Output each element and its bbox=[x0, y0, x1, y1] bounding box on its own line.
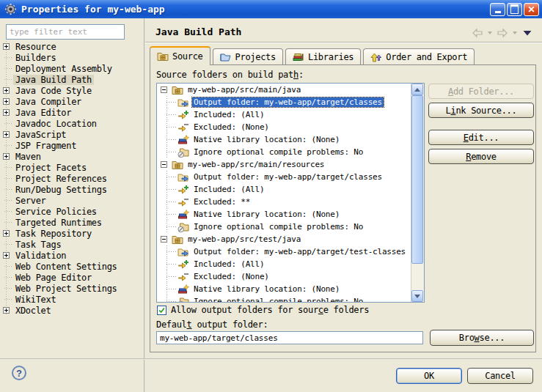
source-tree-item[interactable]: Excluded: (None) bbox=[157, 121, 411, 133]
expander-plus-icon[interactable] bbox=[3, 109, 10, 116]
output-folder-icon bbox=[177, 171, 189, 183]
source-tree-item[interactable]: Output folder: my-web-app/target/classes bbox=[157, 96, 411, 108]
expander-plus-icon[interactable] bbox=[3, 230, 10, 237]
source-tree-item[interactable]: my-web-app/src/main/java bbox=[157, 84, 411, 96]
sidebar-item-java-compiler[interactable]: Java Compiler bbox=[0, 96, 144, 107]
sidebar-item-jsp-fragment[interactable]: JSP Fragment bbox=[0, 140, 144, 151]
forward-menu-chevron-icon[interactable] bbox=[513, 32, 517, 34]
tree-guide bbox=[4, 266, 13, 267]
sidebar-item-server[interactable]: Server bbox=[0, 195, 144, 206]
help-button[interactable]: ? bbox=[12, 366, 26, 380]
filter-input[interactable] bbox=[6, 24, 125, 40]
expander-minus-icon[interactable] bbox=[161, 236, 167, 243]
link-source-button[interactable]: Link Source... bbox=[428, 103, 534, 118]
source-tree-item[interactable]: Native library location: (None) bbox=[157, 133, 411, 146]
add-folder-button[interactable]: Add Folder... bbox=[428, 84, 534, 99]
default-output-input[interactable] bbox=[156, 331, 423, 344]
expander-plus-icon[interactable] bbox=[3, 43, 10, 50]
sidebar-item-label: Web Project Settings bbox=[13, 284, 120, 294]
scroll-up-button[interactable] bbox=[411, 84, 423, 95]
sidebar-item-label: Builders bbox=[13, 53, 58, 63]
sidebar-item-validation[interactable]: Validation bbox=[0, 250, 144, 261]
close-button[interactable]: ✕ bbox=[524, 3, 539, 16]
sidebar-item-web-page-editor[interactable]: Web Page Editor bbox=[0, 272, 144, 283]
sidebar-item-builders[interactable]: Builders bbox=[0, 52, 144, 63]
vertical-scrollbar[interactable] bbox=[411, 84, 424, 302]
sidebar-item-run-debug-settings[interactable]: Run/Debug Settings bbox=[0, 184, 144, 195]
scrollbar-thumb[interactable] bbox=[411, 95, 423, 264]
source-tree-item[interactable]: Included: (All) bbox=[157, 258, 411, 270]
sidebar-item-task-tags[interactable]: Task Tags bbox=[0, 239, 144, 250]
tab-source[interactable]: Source bbox=[150, 46, 210, 65]
sidebar-item-web-content-settings[interactable]: Web Content Settings bbox=[0, 261, 144, 272]
source-tree-item[interactable]: Ignore optional compile problems: No bbox=[157, 146, 411, 158]
sidebar-item-resource[interactable]: Resource bbox=[0, 41, 144, 52]
allow-output-checkbox[interactable] bbox=[157, 306, 166, 315]
sidebar-item-javascript[interactable]: JavaScript bbox=[0, 129, 144, 140]
sidebar-item-wikitext[interactable]: WikiText bbox=[0, 294, 144, 305]
sidebar-item-project-references[interactable]: Project References bbox=[0, 173, 144, 184]
sidebar-item-javadoc-location[interactable]: Javadoc Location bbox=[0, 118, 144, 129]
sidebar-item-maven[interactable]: Maven bbox=[0, 151, 144, 162]
sidebar-item-deployment-assembly[interactable]: Deployment Assembly bbox=[0, 63, 144, 74]
view-menu-icon[interactable] bbox=[521, 27, 533, 39]
sidebar-item-xdoclet[interactable]: XDoclet bbox=[0, 305, 144, 316]
expander-minus-icon[interactable] bbox=[161, 161, 167, 168]
tab-libraries[interactable]: Libraries bbox=[285, 48, 361, 64]
tree-guide bbox=[4, 167, 13, 168]
expander-plus-icon[interactable] bbox=[3, 252, 10, 259]
sidebar-item-label: Service Policies bbox=[13, 207, 99, 217]
native-lib-icon bbox=[177, 134, 189, 146]
source-tree-item[interactable]: Included: (All) bbox=[157, 183, 411, 196]
ignore-icon bbox=[177, 296, 189, 303]
preferences-tree: ResourceBuildersDeployment AssemblyJava … bbox=[0, 41, 144, 358]
sidebar-item-java-build-path[interactable]: Java Build Path bbox=[0, 74, 144, 85]
expander-plus-icon[interactable] bbox=[3, 98, 10, 105]
back-menu-chevron-icon[interactable] bbox=[488, 32, 492, 34]
sidebar-item-label: JSP Fragment bbox=[13, 141, 78, 151]
edit-button[interactable]: Edit... bbox=[428, 130, 534, 145]
source-tree-item[interactable]: Output folder: my-web-app/target/test-cl… bbox=[157, 245, 411, 258]
sidebar-item-service-policies[interactable]: Service Policies bbox=[0, 206, 144, 217]
sidebar-item-targeted-runtimes[interactable]: Targeted Runtimes bbox=[0, 217, 144, 228]
sidebar-item-project-facets[interactable]: Project Facets bbox=[0, 162, 144, 173]
remove-button[interactable]: Remove bbox=[428, 149, 534, 164]
tab-order-and-export[interactable]: Order and Export bbox=[363, 48, 475, 64]
scroll-down-button[interactable] bbox=[411, 290, 423, 302]
tree-guide bbox=[4, 244, 13, 245]
source-tree-item[interactable]: Native library location: (None) bbox=[157, 208, 411, 221]
sidebar-item-task-repository[interactable]: Task Repository bbox=[0, 228, 144, 239]
source-tree-item[interactable]: Included: (All) bbox=[157, 108, 411, 121]
expander-plus-icon[interactable] bbox=[3, 87, 10, 94]
sidebar-item-java-editor[interactable]: Java Editor bbox=[0, 107, 144, 118]
nav-controls bbox=[472, 27, 533, 39]
source-tree-item[interactable]: my-web-app/src/test/java bbox=[157, 233, 411, 245]
sidebar-item-java-code-style[interactable]: Java Code Style bbox=[0, 85, 144, 96]
expander-plus-icon[interactable] bbox=[3, 131, 10, 138]
minimize-button[interactable] bbox=[490, 3, 505, 16]
browse-button[interactable]: Browse... bbox=[430, 330, 534, 346]
source-tree-item[interactable]: Output folder: my-web-app/target/classes bbox=[157, 171, 411, 183]
sidebar-item-label: Web Page Editor bbox=[13, 273, 94, 283]
source-tree-item[interactable]: Excluded: (None) bbox=[157, 270, 411, 283]
chevron-down-icon bbox=[414, 295, 420, 298]
expander-plus-icon[interactable] bbox=[3, 153, 10, 160]
tree-guide bbox=[4, 189, 13, 190]
tree-guide bbox=[4, 68, 13, 69]
cancel-button[interactable]: Cancel bbox=[467, 368, 533, 384]
maximize-button[interactable] bbox=[507, 3, 522, 16]
source-tree-item[interactable]: Native library location: (None) bbox=[157, 283, 411, 295]
ok-button[interactable]: OK bbox=[396, 368, 462, 384]
gear-icon[interactable] bbox=[4, 3, 17, 15]
expander-plus-icon[interactable] bbox=[3, 307, 10, 314]
sidebar-item-web-project-settings[interactable]: Web Project Settings bbox=[0, 283, 144, 294]
source-tree-item[interactable]: Ignore optional compile problems: No bbox=[157, 295, 411, 302]
sidebar-item-label: Validation bbox=[13, 251, 68, 261]
forward-icon[interactable] bbox=[497, 27, 508, 39]
back-icon[interactable] bbox=[472, 27, 483, 39]
tab-projects[interactable]: Projects bbox=[213, 48, 283, 64]
source-tree-item[interactable]: Excluded: ** bbox=[157, 196, 411, 208]
expander-minus-icon[interactable] bbox=[161, 86, 167, 93]
source-tree-item[interactable]: Ignore optional compile problems: No bbox=[157, 221, 411, 233]
source-tree-item[interactable]: my-web-app/src/main/resources bbox=[157, 158, 411, 171]
